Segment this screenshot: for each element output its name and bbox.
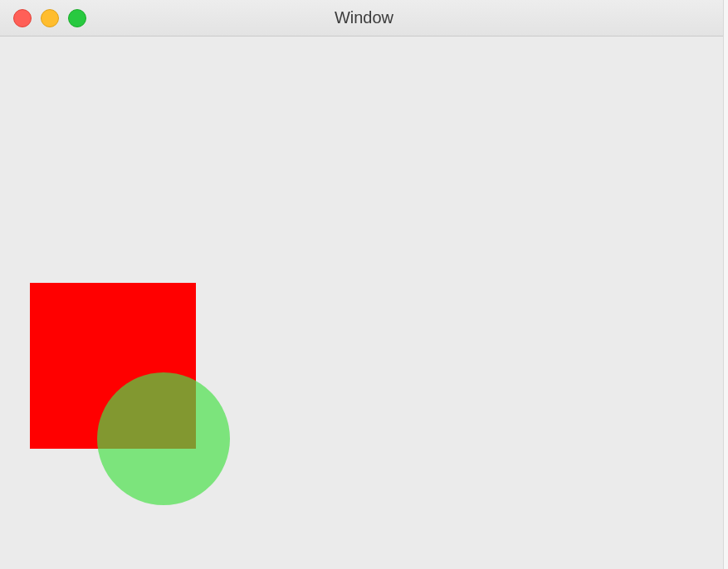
zoom-button[interactable] bbox=[68, 9, 86, 27]
window-right-edge bbox=[723, 0, 728, 569]
window-title: Window bbox=[0, 8, 728, 27]
close-button[interactable] bbox=[13, 9, 32, 27]
window-content bbox=[0, 36, 728, 569]
traffic-lights bbox=[0, 9, 86, 27]
green-circle-shape bbox=[97, 372, 230, 505]
minimize-button[interactable] bbox=[41, 9, 59, 27]
window-titlebar: Window bbox=[0, 0, 728, 36]
